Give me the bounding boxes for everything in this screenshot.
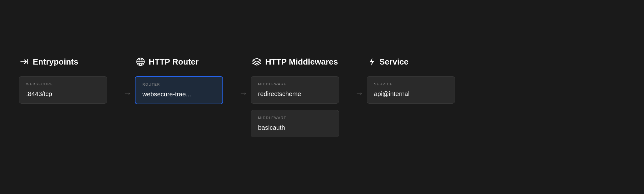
middlewares-header: HTTP Middlewares (251, 57, 338, 67)
entrypoints-column: Entrypoints WEBSECURE :8443/tcp (19, 57, 120, 104)
middleware-card-value-1: redirectscheme (258, 90, 332, 98)
entrypoints-cards: WEBSECURE :8443/tcp (19, 76, 107, 104)
service-title: Service (379, 57, 409, 67)
router-card-label: ROUTER (142, 83, 216, 86)
pipeline-diagram: Entrypoints WEBSECURE :8443/tcp → (0, 51, 644, 144)
middlewares-cards: MIDDLEWARE redirectscheme MIDDLEWARE bas… (251, 76, 339, 137)
router-column: HTTP Router ROUTER websecure-trae... (135, 57, 236, 104)
service-card-label: SERVICE (374, 82, 448, 86)
entrypoints-card-value: :8443/tcp (26, 90, 100, 98)
service-header: Service (367, 57, 409, 67)
service-cards: SERVICE api@internal (367, 76, 455, 104)
http-router-icon (136, 57, 145, 66)
middleware-card-value-2: basicauth (258, 124, 332, 131)
arrow-2: → (236, 57, 251, 99)
arrow-3: → (352, 57, 367, 99)
service-card-api-internal[interactable]: SERVICE api@internal (367, 76, 455, 104)
middleware-card-basicauth[interactable]: MIDDLEWARE basicauth (251, 110, 339, 137)
arrow-icon-1: → (123, 88, 132, 99)
svg-marker-7 (253, 58, 261, 62)
router-header: HTTP Router (135, 57, 198, 67)
arrow-1: → (120, 57, 135, 99)
svg-marker-8 (370, 58, 374, 66)
service-card-value: api@internal (374, 90, 448, 98)
entrypoints-header: Entrypoints (19, 57, 78, 67)
router-card-main[interactable]: ROUTER websecure-trae... (135, 76, 223, 104)
middleware-card-redirectscheme[interactable]: MIDDLEWARE redirectscheme (251, 76, 339, 104)
entrypoints-card-label: WEBSECURE (26, 82, 100, 86)
arrow-icon-2: → (239, 88, 248, 99)
middleware-card-label-1: MIDDLEWARE (258, 82, 332, 86)
service-icon (368, 57, 376, 66)
service-column: Service SERVICE api@internal (367, 57, 468, 104)
router-title: HTTP Router (149, 57, 198, 67)
entrypoints-icon (20, 57, 29, 66)
router-cards: ROUTER websecure-trae... (135, 76, 223, 104)
middlewares-column: HTTP Middlewares MIDDLEWARE redirectsche… (251, 57, 352, 137)
entrypoints-card-websecure[interactable]: WEBSECURE :8443/tcp (19, 76, 107, 104)
entrypoints-title: Entrypoints (33, 57, 78, 67)
middlewares-icon (252, 57, 262, 66)
arrow-icon-3: → (355, 88, 364, 99)
middleware-card-label-2: MIDDLEWARE (258, 116, 332, 120)
router-card-value: websecure-trae... (142, 91, 216, 98)
middlewares-title: HTTP Middlewares (265, 57, 338, 67)
